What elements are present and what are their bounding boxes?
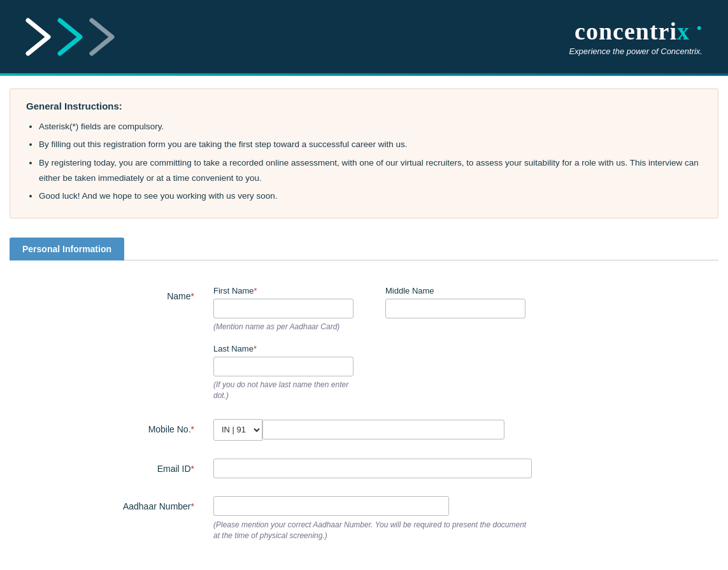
personal-info-form: Name* First Name* (Mention name as per A… xyxy=(10,280,718,565)
header-logo-right: concentrix ● Experience the power of Con… xyxy=(569,17,703,56)
mobile-field-group: IN | 91 xyxy=(213,419,718,441)
instructions-box: General Instructions: Asterisk(*) fields… xyxy=(10,89,718,218)
last-name-input[interactable] xyxy=(213,357,353,376)
last-name-label: Last Name* xyxy=(213,344,718,353)
brand-name: concentrix ● xyxy=(569,17,703,45)
tagline-rest: the power of Concentrix. xyxy=(610,46,703,56)
middle-name-label: Middle Name xyxy=(385,286,525,296)
email-input[interactable] xyxy=(213,459,532,478)
header-logo-left xyxy=(25,18,117,56)
name-row: Name* First Name* (Mention name as per A… xyxy=(10,286,718,401)
first-name-group: First Name* (Mention name as per Aadhaar… xyxy=(213,286,353,332)
mobile-number-input[interactable] xyxy=(262,420,504,439)
aadhaar-row: Aadhaar Number* (Please mention your cor… xyxy=(10,496,718,541)
chevron-2-icon xyxy=(57,18,85,56)
name-fields: First Name* (Mention name as per Aadhaar… xyxy=(213,286,718,332)
aadhaar-input[interactable] xyxy=(213,496,449,516)
instruction-item-1: Asterisk(*) fields are compulsory. xyxy=(39,119,702,134)
middle-name-input[interactable] xyxy=(385,299,525,318)
mobile-row: Mobile No.* IN | 91 xyxy=(10,419,718,441)
instruction-item-3: By registering today, you are committing… xyxy=(39,155,702,187)
first-name-input[interactable] xyxy=(213,299,353,318)
instructions-list: Asterisk(*) fields are compulsory. By fi… xyxy=(26,119,702,204)
email-field-col xyxy=(213,459,718,478)
name-fields-col: First Name* (Mention name as per Aadhaar… xyxy=(213,286,718,401)
instruction-item-4: Good luck! And we hope to see you workin… xyxy=(39,189,702,204)
mobile-label: Mobile No.* xyxy=(10,419,213,434)
brand-dot: x xyxy=(677,18,690,45)
mobile-field-col: IN | 91 xyxy=(213,419,718,441)
page-content: General Instructions: Asterisk(*) fields… xyxy=(0,76,728,570)
country-code-select[interactable]: IN | 91 xyxy=(213,419,262,441)
last-name-hint: (If you do not have last name then enter… xyxy=(213,380,353,401)
chevron-1-icon xyxy=(25,18,54,56)
personal-info-badge: Personal Information xyxy=(10,238,124,260)
instructions-title: General Instructions: xyxy=(26,101,702,111)
aadhaar-field-col: (Please mention your correct Aadhaar Num… xyxy=(213,496,718,541)
middle-name-group: Middle Name xyxy=(385,286,525,318)
logo-chevrons xyxy=(25,18,117,56)
tagline-italic: Experience xyxy=(569,46,610,56)
aadhaar-hint: (Please mention your correct Aadhaar Num… xyxy=(213,520,532,541)
last-name-group: Last Name* (If you do not have last name… xyxy=(213,344,718,401)
first-name-hint: (Mention name as per Aadhaar Card) xyxy=(213,322,353,332)
instruction-item-2: By filling out this registration form yo… xyxy=(39,137,702,152)
section-header-row: Personal Information xyxy=(10,238,718,260)
email-row: Email ID* xyxy=(10,459,718,478)
first-name-label: First Name* xyxy=(213,286,353,296)
name-label: Name* xyxy=(10,286,213,301)
chevron-3-icon xyxy=(89,18,117,56)
email-label: Email ID* xyxy=(10,459,213,474)
page-header: concentrix ● Experience the power of Con… xyxy=(0,0,728,73)
brand-tagline: Experience the power of Concentrix. xyxy=(569,46,703,56)
aadhaar-label: Aadhaar Number* xyxy=(10,496,213,511)
